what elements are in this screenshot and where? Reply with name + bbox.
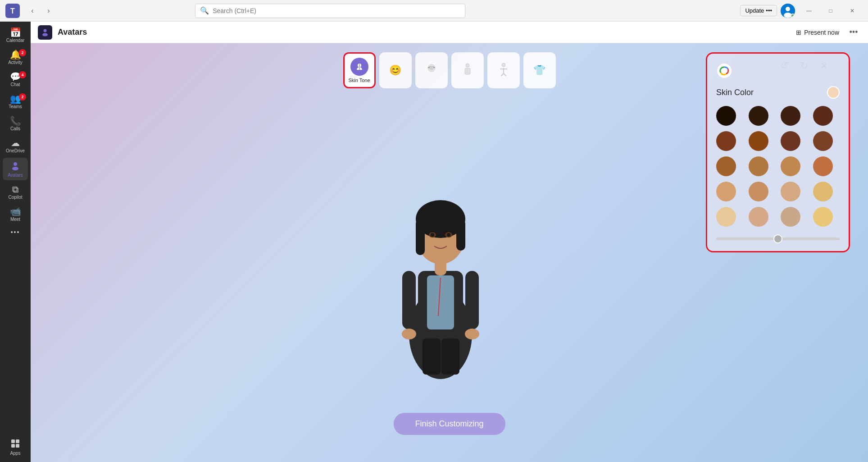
sidebar-item-label: Copilot xyxy=(8,195,22,200)
color-swatch-10[interactable] xyxy=(781,156,800,176)
skin-tone-label: Skin Tone xyxy=(348,78,370,83)
nav-buttons: ‹ › xyxy=(25,4,56,18)
page-title: Avatars xyxy=(58,27,87,37)
sidebar-item-more[interactable]: ••• xyxy=(3,226,28,238)
toolbar-body[interactable] xyxy=(451,52,484,88)
update-label: Update xyxy=(745,7,764,14)
user-avatar-button[interactable] xyxy=(781,4,795,18)
svg-rect-42 xyxy=(441,338,459,375)
search-input[interactable] xyxy=(213,7,460,14)
toolbar-clothing[interactable]: 👕 xyxy=(523,52,556,88)
sidebar-item-label: Apps xyxy=(10,451,21,456)
body-icon xyxy=(460,62,475,79)
toolbar-hair[interactable] xyxy=(415,52,448,88)
svg-point-17 xyxy=(466,64,469,67)
sidebar-item-onedrive[interactable]: ☁ OneDrive xyxy=(3,136,28,156)
sidebar-item-calendar[interactable]: 📅 Calendar xyxy=(3,25,28,46)
color-swatch-8[interactable] xyxy=(716,156,736,176)
svg-point-5 xyxy=(14,162,17,166)
color-swatch-18[interactable] xyxy=(781,207,800,227)
svg-point-19 xyxy=(502,63,505,67)
titlebar-actions: Update ••• — □ ✕ xyxy=(740,4,863,18)
sidebar-item-teams[interactable]: 👥 2 Teams xyxy=(3,91,28,112)
color-swatch-6[interactable] xyxy=(781,131,800,151)
svg-point-11 xyxy=(44,29,47,32)
sidebar-item-meet[interactable]: 📹 Meet xyxy=(3,204,28,224)
finish-customizing-label: Finish Customizing xyxy=(415,419,483,428)
toolbar-skin-tone[interactable]: Skin Tone xyxy=(343,52,376,88)
color-swatch-14[interactable] xyxy=(781,182,800,201)
color-swatch-17[interactable] xyxy=(749,207,768,227)
apps-icon xyxy=(10,439,20,450)
search-icon: 🔍 xyxy=(200,6,209,15)
minimize-button[interactable]: — xyxy=(799,4,819,18)
online-status-dot xyxy=(791,14,795,18)
color-swatch-3[interactable] xyxy=(813,106,833,126)
copilot-icon: ⧉ xyxy=(12,185,18,194)
sidebar-item-apps[interactable]: Apps xyxy=(3,436,28,458)
color-swatch-19[interactable] xyxy=(813,207,833,227)
svg-rect-30 xyxy=(416,219,425,255)
color-swatch-5[interactable] xyxy=(749,131,768,151)
svg-line-23 xyxy=(504,73,506,76)
color-swatch-4[interactable] xyxy=(716,131,736,151)
google-icon xyxy=(716,63,732,79)
sidebar-item-calls[interactable]: 📞 Calls xyxy=(3,114,28,134)
svg-rect-31 xyxy=(456,219,465,251)
sidebar-item-copilot[interactable]: ⧉ Copilot xyxy=(3,182,28,202)
avatars-icon xyxy=(10,160,20,172)
color-swatch-2[interactable] xyxy=(781,106,800,126)
svg-line-22 xyxy=(501,73,504,76)
app-layout: 📅 Calendar 🔔 2 Activity 💬 4 Chat 👥 2 Tea… xyxy=(0,22,868,462)
teams-badge: 2 xyxy=(19,93,26,101)
svg-point-39 xyxy=(465,329,479,339)
search-bar: 🔍 xyxy=(195,4,465,18)
color-swatch-9[interactable] xyxy=(749,156,768,176)
color-swatch-12[interactable] xyxy=(716,182,736,201)
svg-rect-8 xyxy=(16,439,19,443)
nav-forward-button[interactable]: › xyxy=(41,4,56,18)
sidebar-item-label: Meet xyxy=(10,217,20,222)
nav-back-button[interactable]: ‹ xyxy=(25,4,40,18)
sidebar: 📅 Calendar 🔔 2 Activity 💬 4 Chat 👥 2 Tea… xyxy=(0,22,31,462)
svg-point-6 xyxy=(12,167,18,170)
color-swatch-1[interactable] xyxy=(749,106,768,126)
color-swatch-15[interactable] xyxy=(813,182,833,201)
color-swatch-16[interactable] xyxy=(716,207,736,227)
svg-point-37 xyxy=(402,329,416,339)
avatar-figure xyxy=(377,145,522,379)
skin-color-title: Skin Color xyxy=(716,88,754,97)
sidebar-item-label: Teams xyxy=(9,104,22,109)
avatar-toolbar: Skin Tone 😊 xyxy=(343,52,556,88)
skin-tone-slider[interactable] xyxy=(716,238,840,240)
sidebar-item-avatars[interactable]: Avatars xyxy=(3,158,28,180)
svg-point-44 xyxy=(722,69,727,73)
pose-icon xyxy=(496,62,511,79)
skin-panel-header xyxy=(716,63,840,79)
present-now-button[interactable]: ⊞ Present now xyxy=(792,27,843,38)
svg-point-3 xyxy=(786,7,790,11)
sidebar-item-chat[interactable]: 💬 4 Chat xyxy=(3,69,28,90)
color-swatch-7[interactable] xyxy=(813,131,833,151)
color-swatch-13[interactable] xyxy=(749,182,768,201)
sidebar-item-label: Chat xyxy=(10,82,20,87)
titlebar: T ‹ › 🔍 Update ••• — □ ✕ xyxy=(0,0,868,22)
svg-rect-10 xyxy=(16,444,19,448)
header-more-button[interactable]: ••• xyxy=(846,25,861,40)
sidebar-item-activity[interactable]: 🔔 2 Activity xyxy=(3,47,28,68)
color-swatch-11[interactable] xyxy=(813,156,833,176)
sidebar-item-label: OneDrive xyxy=(6,148,25,153)
present-now-label: Present now xyxy=(804,29,839,36)
close-button[interactable]: ✕ xyxy=(842,4,863,18)
meet-icon: 📹 xyxy=(10,207,21,216)
update-button[interactable]: Update ••• xyxy=(740,5,777,16)
svg-rect-41 xyxy=(423,338,441,375)
maximize-button[interactable]: □ xyxy=(820,4,841,18)
color-swatch-0[interactable] xyxy=(716,106,736,126)
hair-icon xyxy=(424,62,439,79)
svg-rect-38 xyxy=(465,271,479,329)
finish-customizing-button[interactable]: Finish Customizing xyxy=(393,413,505,435)
toolbar-face[interactable]: 😊 xyxy=(379,52,412,88)
toolbar-pose[interactable] xyxy=(487,52,520,88)
teams-logo: T xyxy=(5,4,20,18)
